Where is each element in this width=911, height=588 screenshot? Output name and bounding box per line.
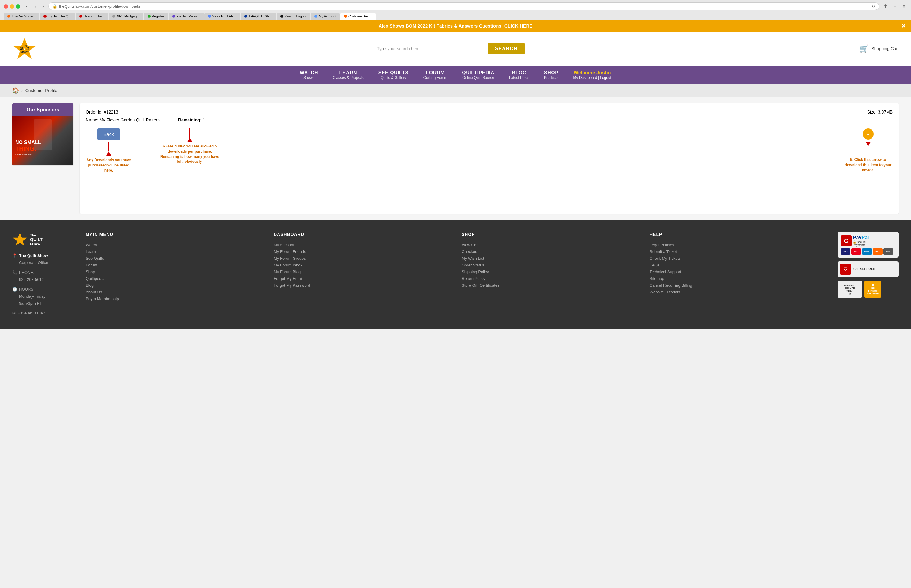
tab-8[interactable]: THEQUILTSH...	[241, 13, 276, 20]
footer-link-wish-list[interactable]: My Wish List	[462, 256, 484, 261]
search-input[interactable]	[372, 43, 487, 55]
my-dashboard-link[interactable]: My Dashboard	[573, 76, 597, 80]
footer-link-forum[interactable]: Forum	[86, 263, 97, 267]
download-button[interactable]	[862, 129, 874, 139]
footer-link-sitemap[interactable]: Sitemap	[650, 276, 664, 281]
home-icon[interactable]: 🏠	[12, 87, 19, 94]
nav-quiltipedia[interactable]: QUILTIPEDIA Online Quilt Source	[455, 66, 502, 84]
size-label: Size:	[867, 110, 877, 115]
breadcrumb-current: Customer Profile	[26, 88, 57, 93]
nav-dashboard-links: My Dashboard | Logout	[573, 76, 611, 80]
footer-link-learn[interactable]: Learn	[86, 249, 96, 254]
footer-menu-blog: Blog	[86, 283, 261, 288]
footer-help-title: HELP	[650, 232, 662, 239]
footer-logo-svg	[12, 232, 28, 247]
browser-close-dot[interactable]	[4, 4, 8, 8]
nav-see-quilts[interactable]: SEE QUILTS Quilts & Gallery	[371, 66, 416, 84]
browser-back-btn[interactable]: ‹	[33, 3, 38, 10]
search-button[interactable]: SEARCH	[488, 43, 525, 55]
nav-shop[interactable]: SHOP Products	[537, 66, 566, 84]
nav-blog[interactable]: BLOG Latest Posts	[502, 66, 537, 84]
nav-watch[interactable]: WATCH Shows	[292, 66, 325, 84]
footer-link-shipping[interactable]: Shipping Policy	[462, 270, 489, 274]
search-area: SEARCH	[372, 43, 525, 55]
footer-link-check-tickets[interactable]: Check My Tickets	[650, 256, 681, 261]
footer-link-order-status[interactable]: Order Status	[462, 263, 484, 267]
footer-link-faqs[interactable]: FAQs	[650, 263, 660, 267]
browser-add-tab-btn[interactable]: +	[892, 3, 898, 10]
footer-link-tech-support[interactable]: Technical Support	[650, 270, 681, 274]
footer-link-submit-ticket[interactable]: Submit a Ticket	[650, 249, 677, 254]
footer-link-membership[interactable]: Buy a Membership	[86, 296, 119, 301]
logout-link[interactable]: Logout	[600, 76, 611, 80]
footer-link-checkout[interactable]: Checkout	[462, 249, 479, 254]
order-name-row: Name: My Flower Garden Quilt Pattern	[86, 118, 160, 122]
footer-phone-label: PHONE:	[19, 269, 44, 276]
footer-link-forgot-email[interactable]: Forgot My Email	[273, 276, 303, 281]
banner-close-button[interactable]: ✕	[901, 22, 906, 30]
browser-forward-btn[interactable]: ›	[40, 3, 45, 10]
nav-learn[interactable]: LEARN Classes & Projects	[325, 66, 371, 84]
order-header: Order Id: #12213 Size: 3.97MB	[86, 110, 893, 115]
footer-link-legal[interactable]: Legal Policies	[650, 242, 674, 247]
tab-1[interactable]: TheQuiltShow...	[4, 13, 39, 20]
cart-area[interactable]: 🛒 Shopping Cart	[859, 44, 899, 53]
footer-link-watch[interactable]: Watch	[86, 242, 97, 247]
tab-10[interactable]: My Account	[311, 13, 340, 20]
sponsor-learn-more[interactable]: LEARN MORE	[15, 153, 70, 156]
footer-link-forum-groups[interactable]: My Forum Groups	[273, 256, 306, 261]
sponsor-image[interactable]: NO SMALL THING. LEARN MORE	[12, 116, 73, 165]
nav-watch-label: WATCH	[300, 70, 318, 76]
footer-link-my-account[interactable]: My Account	[273, 242, 294, 247]
footer-hours-value2: 9am-3pm PT	[19, 300, 45, 307]
visa-icon: VISA	[841, 249, 850, 255]
footer-link-view-cart[interactable]: View Cart	[462, 242, 479, 247]
footer-link-return-policy[interactable]: Return Policy	[462, 276, 485, 281]
browser-maximize-dot[interactable]	[16, 4, 20, 8]
footer-link-blog[interactable]: Blog	[86, 283, 94, 288]
address-bar[interactable]: 🔒 theQuiltshow.com/customer-profile/down…	[49, 2, 879, 10]
mastercard-icon: MC	[851, 249, 861, 255]
footer-link-forgot-password[interactable]: Forgot My Password	[273, 283, 310, 288]
footer-link-see-quilts[interactable]: See Quilts	[86, 256, 104, 261]
nav-shop-sub: Products	[544, 76, 558, 80]
footer-link-shop[interactable]: Shop	[86, 270, 95, 274]
footer-menu-shop: Shop	[86, 269, 261, 274]
browser-menu-btn[interactable]: ≡	[901, 3, 907, 10]
nav-learn-sub: Classes & Projects	[333, 76, 364, 80]
tab-2[interactable]: Log In- The Q...	[40, 13, 75, 20]
tab-9[interactable]: Keap – Logout	[277, 13, 311, 20]
tab-3[interactable]: Users – The...	[76, 13, 108, 20]
banner-cta[interactable]: CLICK HERE	[505, 23, 532, 29]
tab-5[interactable]: Register	[144, 13, 168, 20]
back-button[interactable]: Back	[97, 129, 120, 140]
site-logo[interactable]: ★ The QUILT SHOW	[12, 36, 37, 61]
browser-sidebar-btn[interactable]: ⊡	[23, 3, 30, 10]
breadcrumb-separator: ›	[21, 88, 23, 93]
footer-menu-membership: Buy a Membership	[86, 296, 261, 301]
nav-forum[interactable]: FORUM Quilting Forum	[416, 66, 455, 84]
tab-7[interactable]: Search – THE...	[204, 13, 240, 20]
cart-icon: 🛒	[859, 44, 869, 53]
footer-link-about[interactable]: About Us	[86, 290, 102, 294]
footer-link-tutorials[interactable]: Website Tutorials	[650, 290, 680, 294]
order-size-row: Size: 3.97MB	[867, 110, 893, 115]
sponsor-box: Our Sponsors NO SMALL THING. LEARN MORE	[12, 103, 73, 165]
footer-dashboard-list: My Account My Forum Friends My Forum Gro…	[273, 242, 449, 288]
footer-link-quiltipedia[interactable]: Quiltipedia	[86, 276, 104, 281]
footer-link-forum-friends[interactable]: My Forum Friends	[273, 249, 306, 254]
reload-icon[interactable]: ↻	[872, 4, 875, 8]
tab-11-active[interactable]: Customer Pro...	[340, 13, 375, 20]
main-navigation: WATCH Shows LEARN Classes & Projects SEE…	[0, 66, 911, 84]
footer-link-gift-certs[interactable]: Store Gift Certificates	[462, 283, 500, 288]
tab-6[interactable]: Electric Rates...	[169, 13, 204, 20]
footer-link-forum-blog[interactable]: My Forum Blog	[273, 270, 301, 274]
footer-issue-label[interactable]: Have an Issue?	[18, 310, 45, 317]
tab-4[interactable]: NRL Mortgag...	[109, 13, 143, 20]
browser-minimize-dot[interactable]	[10, 4, 14, 8]
footer-logo: The QUILT SHOW	[12, 232, 73, 247]
footer-link-cancel-billing[interactable]: Cancel Recurring Billing	[650, 283, 692, 288]
browser-share-btn[interactable]: ⬆	[882, 3, 889, 10]
footer-help-list: Legal Policies Submit a Ticket Check My …	[650, 242, 825, 294]
footer-link-forum-inbox[interactable]: My Forum Inbox	[273, 263, 303, 267]
